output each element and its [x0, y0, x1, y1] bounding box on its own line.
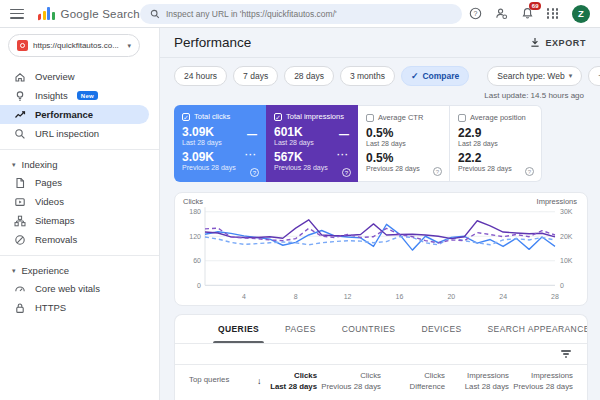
checkbox-checked-icon[interactable]: ✓: [182, 113, 190, 121]
range-chip-3-months[interactable]: 3 months: [340, 66, 395, 86]
property-favicon: [17, 40, 28, 51]
main-content: Performance EXPORT 24 hours 7 days 28 da…: [160, 28, 600, 400]
metric-value-last: 0.5%: [366, 127, 441, 140]
table-filter-row: [175, 344, 587, 365]
card-total-impressions[interactable]: ✓Total impressions 601K Last 28 days 567…: [266, 105, 358, 182]
account-avatar[interactable]: Z: [572, 5, 590, 23]
google-apps-grid-icon[interactable]: [547, 8, 559, 18]
sidebar-item-core-web-vitals[interactable]: Core web vitals: [0, 279, 149, 298]
sidebar-item-label: Overview: [35, 71, 75, 82]
sidebar-item-label: Core web vitals: [35, 283, 100, 294]
sidebar-item-sitemaps[interactable]: Sitemaps: [0, 211, 149, 230]
video-icon: [14, 196, 26, 208]
sidebar-divider: [0, 149, 159, 150]
sidebar-item-pages[interactable]: Pages: [0, 173, 149, 192]
checkbox-unchecked-icon[interactable]: [458, 114, 466, 122]
export-button[interactable]: EXPORT: [530, 37, 586, 48]
metric-value-last: 22.9: [458, 127, 533, 140]
chevron-down-icon: ▾: [569, 72, 573, 80]
svg-text:30K: 30K: [560, 207, 573, 216]
sort-descending-icon: ↓: [257, 375, 262, 387]
help-icon[interactable]: ?: [342, 168, 351, 177]
shell: https://quickfitautos.co... ▾ Overview I…: [0, 28, 600, 400]
url-inspect-input[interactable]: [166, 9, 452, 19]
tab-countries[interactable]: COUNTRIES: [329, 315, 409, 343]
search-console-logo-icon: [38, 7, 55, 20]
tab-devices[interactable]: DEVICES: [408, 315, 474, 343]
column-header-impressions-last[interactable]: ImpressionsLast 28 days: [445, 371, 509, 392]
add-filter-button[interactable]: + Add filter: [588, 66, 600, 86]
filter-list-icon[interactable]: [561, 350, 571, 357]
property-selector[interactable]: https://quickfitautos.co... ▾: [8, 34, 140, 57]
section-collapse-icon: ▾: [12, 161, 16, 169]
property-label: https://quickfitautos.co...: [33, 41, 122, 50]
magnifier-icon: [14, 128, 26, 140]
card-average-ctr[interactable]: Average CTR 0.5% Last 28 days 0.5% Previ…: [358, 105, 450, 182]
dotted-line-legend-icon: ···: [245, 150, 257, 160]
sidebar-item-performance[interactable]: Performance: [0, 105, 149, 124]
compare-chip[interactable]: ✓ Compare: [401, 66, 469, 86]
sidebar-item-label: Sitemaps: [35, 215, 75, 226]
checkbox-checked-icon[interactable]: ✓: [274, 113, 282, 121]
range-chip-28-days[interactable]: 28 days: [284, 66, 334, 86]
help-icon[interactable]: ?: [433, 167, 442, 176]
lightbulb-icon: [14, 90, 26, 102]
dimension-tabs: QUERIES PAGES COUNTRIES DEVICES SEARCH A…: [175, 315, 587, 344]
column-header-clicks-last[interactable]: ↓ ClicksLast 28 days: [253, 371, 317, 392]
sidebar-section-indexing[interactable]: ▾ Indexing: [0, 156, 159, 173]
sidebar-item-label: Removals: [35, 234, 77, 245]
card-total-clicks[interactable]: ✓Total clicks 3.09K Last 28 days 3.09K P…: [174, 105, 266, 182]
check-icon: ✓: [411, 71, 419, 81]
performance-chart: 006010K12020K18030K481216202428: [179, 203, 583, 307]
right-axis-label: Impressions: [537, 197, 577, 206]
svg-text:120: 120: [189, 232, 201, 241]
section-label: Experience: [22, 265, 70, 276]
chevron-down-icon: ▾: [127, 42, 131, 50]
export-label: EXPORT: [545, 38, 586, 48]
column-header-clicks-previous[interactable]: ClicksPrevious 28 days: [317, 371, 381, 392]
column-header-top-queries[interactable]: Top queries: [189, 371, 253, 386]
svg-text:28: 28: [551, 292, 559, 301]
search-type-dropdown[interactable]: Search type: Web ▾: [487, 66, 582, 86]
checkbox-unchecked-icon[interactable]: [366, 114, 374, 122]
tab-queries[interactable]: QUERIES: [205, 315, 272, 343]
metric-value-prev: 22.2: [458, 152, 533, 165]
notifications-bell-icon[interactable]: 69: [521, 7, 534, 20]
column-header-impressions-previous[interactable]: ImpressionsPrevious 28 days: [509, 371, 573, 392]
sidebar-item-videos[interactable]: Videos: [0, 192, 149, 211]
help-icon[interactable]: ?: [250, 168, 259, 177]
sidebar-divider: [0, 255, 159, 256]
svg-text:4: 4: [242, 292, 246, 301]
sidebar-item-overview[interactable]: Overview: [0, 67, 149, 86]
table-header-row: Top queries ↓ ClicksLast 28 days ClicksP…: [175, 365, 587, 392]
sidebar-item-label: Performance: [35, 109, 93, 120]
range-chip-24-hours[interactable]: 24 hours: [174, 66, 227, 86]
sidebar-item-removals[interactable]: Removals: [0, 230, 149, 249]
metric-value-prev: 0.5%: [366, 152, 441, 165]
sidebar-item-url-inspection[interactable]: URL inspection: [0, 124, 149, 143]
sidebar: https://quickfitautos.co... ▾ Overview I…: [0, 28, 160, 400]
tab-pages[interactable]: PAGES: [272, 315, 329, 343]
svg-text:16: 16: [396, 292, 404, 301]
svg-text:0: 0: [560, 281, 564, 290]
range-chip-7-days[interactable]: 7 days: [233, 66, 278, 86]
last-update-text: Last update: 14.5 hours ago: [160, 86, 600, 101]
card-average-position[interactable]: Average position 22.9 Last 28 days 22.2 …: [450, 105, 542, 182]
metric-period-last: Last 28 days: [458, 140, 533, 147]
filter-bar: 24 hours 7 days 28 days 3 months ✓ Compa…: [160, 58, 600, 86]
sidebar-item-label: Videos: [35, 196, 64, 207]
notification-count-badge: 69: [529, 2, 541, 10]
help-icon[interactable]: ?: [469, 7, 482, 20]
user-settings-icon[interactable]: [495, 7, 508, 20]
sitemap-icon: [14, 215, 26, 227]
section-label: Indexing: [22, 159, 58, 170]
sidebar-item-https[interactable]: HTTPS: [0, 298, 149, 317]
tab-search-appearance[interactable]: SEARCH APPEARANCE: [475, 315, 588, 343]
sidebar-section-experience[interactable]: ▾ Experience: [0, 262, 159, 279]
column-header-clicks-difference[interactable]: ClicksDifference: [381, 371, 445, 392]
sidebar-item-insights[interactable]: Insights New: [0, 86, 149, 105]
menu-icon[interactable]: [10, 9, 24, 19]
url-inspect-searchbox[interactable]: [140, 4, 462, 24]
metric-period-last: Last 28 days: [274, 139, 350, 146]
help-icon[interactable]: ?: [525, 167, 534, 176]
